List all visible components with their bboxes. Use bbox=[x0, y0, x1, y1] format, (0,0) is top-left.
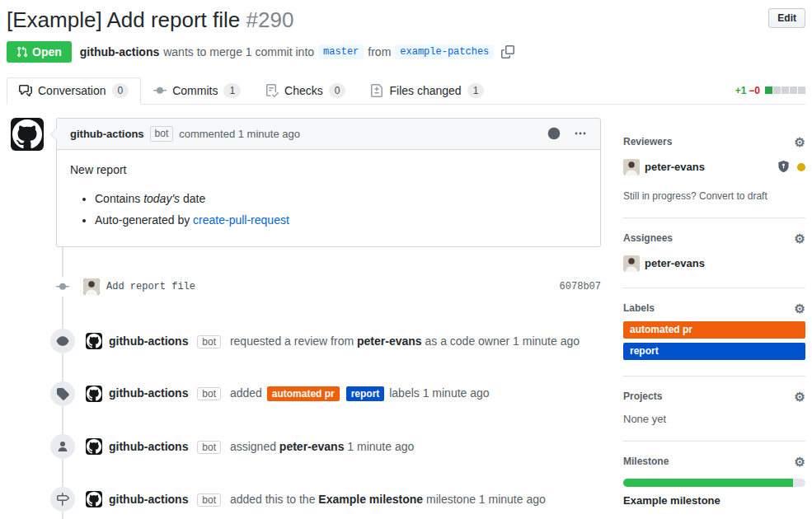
milestone-name-link[interactable]: Example milestone bbox=[623, 494, 805, 507]
create-pull-request-link[interactable]: create-pull-request bbox=[193, 213, 289, 227]
pr-author-link[interactable]: github-actions bbox=[80, 45, 159, 58]
user-photo-avatar bbox=[83, 278, 100, 295]
file-diff-icon bbox=[370, 84, 383, 97]
base-branch-label[interactable]: master bbox=[318, 44, 364, 59]
pr-meta-row: Open github-actions wants to merge 1 com… bbox=[7, 41, 805, 63]
pr-sidebar: Reviewers ⚙ peter-evans Still in progres… bbox=[623, 118, 805, 519]
github-actions-avatar-icon bbox=[12, 119, 42, 149]
milestone-title: Milestone bbox=[623, 456, 669, 467]
labels-title-row: Labels ⚙ bbox=[623, 302, 805, 315]
avatar[interactable] bbox=[623, 159, 640, 175]
sidebar-section-reviewers: Reviewers ⚙ peter-evans Still in progres… bbox=[623, 118, 805, 218]
label-report[interactable]: report bbox=[346, 386, 385, 401]
tab-files-changed[interactable]: Files changed 1 bbox=[358, 77, 496, 105]
emoji-reaction-icon[interactable] bbox=[547, 127, 561, 140]
person-icon bbox=[50, 434, 75, 459]
tab-conversation-label: Conversation bbox=[38, 84, 106, 97]
event-text-part: labels 1 minute ago bbox=[389, 386, 489, 400]
tab-commits[interactable]: Commits 1 bbox=[141, 77, 253, 105]
tab-commits-count: 1 bbox=[223, 83, 241, 98]
commit-row: Add report file 6078b07 bbox=[7, 277, 601, 297]
hint-question: Still in progress? bbox=[623, 190, 697, 202]
milestone-progress-fill bbox=[623, 479, 793, 487]
diffstat-blocks bbox=[764, 85, 805, 96]
commit-sha-link[interactable]: 6078b07 bbox=[560, 281, 601, 292]
open-state-badge: Open bbox=[7, 41, 72, 63]
comment-bullet-list: Contains today's date Auto-generated by … bbox=[70, 190, 587, 229]
projects-title: Projects bbox=[623, 390, 662, 402]
comment-intro: New report bbox=[70, 161, 587, 179]
sidebar-section-assignees: Assignees ⚙ peter-evans bbox=[623, 218, 805, 288]
comment-action-text: commented 1 minute ago bbox=[179, 128, 300, 140]
label-report[interactable]: report bbox=[623, 343, 805, 360]
list-item: Contains today's date bbox=[95, 190, 587, 208]
pending-review-dot bbox=[797, 163, 805, 171]
bot-badge: bot bbox=[150, 126, 174, 142]
gear-icon[interactable]: ⚙ bbox=[795, 390, 805, 403]
event-user-link[interactable]: peter-evans bbox=[357, 334, 422, 348]
assignee-row: peter-evans bbox=[623, 255, 805, 272]
diffstat-block bbox=[781, 86, 789, 94]
labels-list: automated pr report bbox=[623, 321, 805, 360]
event-author-link[interactable]: github-actions bbox=[109, 334, 188, 348]
avatar[interactable] bbox=[83, 278, 100, 295]
reviewer-name-link[interactable]: peter-evans bbox=[645, 161, 705, 173]
avatar[interactable] bbox=[86, 491, 102, 507]
event-text-part: milestone 1 minute ago bbox=[426, 493, 546, 506]
comment-header: github-actions bot commented 1 minute ag… bbox=[57, 119, 600, 150]
diffstat[interactable]: +1 −0 bbox=[735, 85, 805, 104]
gear-icon[interactable]: ⚙ bbox=[795, 136, 805, 148]
checklist-icon bbox=[265, 84, 279, 97]
tab-checks-label: Checks bbox=[284, 84, 323, 97]
comment-box: github-actions bot commented 1 minute ag… bbox=[56, 118, 601, 247]
event-author-link[interactable]: github-actions bbox=[109, 493, 188, 506]
reviewers-title-row: Reviewers ⚙ bbox=[623, 136, 805, 148]
event-text-part: added this to the bbox=[230, 493, 316, 506]
head-branch-label[interactable]: example-patches bbox=[395, 44, 494, 59]
convert-to-draft-link[interactable]: Convert to draft bbox=[699, 190, 767, 202]
pr-header: [Example] Add report file #290 Edit Open… bbox=[7, 0, 805, 105]
avatar[interactable] bbox=[86, 333, 102, 349]
avatar[interactable] bbox=[86, 438, 102, 455]
gear-icon[interactable]: ⚙ bbox=[795, 232, 805, 245]
kebab-menu-icon[interactable] bbox=[574, 127, 587, 140]
event-user-link[interactable]: peter-evans bbox=[279, 440, 345, 453]
tab-checks[interactable]: Checks 0 bbox=[253, 77, 358, 105]
gear-icon[interactable]: ⚙ bbox=[795, 302, 805, 315]
tab-conversation-count: 0 bbox=[112, 83, 129, 98]
page-title: [Example] Add report file #290 bbox=[7, 7, 805, 34]
timeline-event-review-requested: github-actions bot requested a review fr… bbox=[7, 329, 601, 353]
event-text: github-actions bot requested a review fr… bbox=[109, 333, 580, 349]
projects-empty-text: None yet bbox=[623, 413, 805, 425]
from-word: from bbox=[368, 45, 391, 58]
avatar[interactable] bbox=[623, 255, 640, 272]
avatar[interactable] bbox=[86, 386, 102, 402]
list-item: Auto-generated by create-pull-request bbox=[95, 212, 587, 229]
git-commit-icon bbox=[153, 84, 167, 97]
timeline-event-assigned: github-actions bot assigned peter-evans … bbox=[7, 434, 601, 459]
state-label: Open bbox=[32, 45, 62, 58]
bullet-emphasis: today's bbox=[143, 192, 180, 205]
commit-message-link[interactable]: Add report file bbox=[106, 281, 195, 292]
git-commit-icon bbox=[50, 277, 75, 297]
gear-icon[interactable]: ⚙ bbox=[795, 456, 805, 468]
labels-title: Labels bbox=[623, 302, 655, 314]
avatar[interactable] bbox=[11, 118, 44, 151]
pr-description-comment: github-actions bot commented 1 minute ag… bbox=[7, 118, 601, 247]
reviewer-row: peter-evans bbox=[623, 159, 805, 175]
tab-checks-count: 0 bbox=[329, 83, 346, 98]
comment-author-link[interactable]: github-actions bbox=[70, 128, 144, 140]
event-author-link[interactable]: github-actions bbox=[109, 386, 188, 400]
assignee-name-link[interactable]: peter-evans bbox=[645, 257, 705, 269]
label-automated-pr[interactable]: automated pr bbox=[623, 321, 805, 339]
pr-title-text: [Example] Add report file bbox=[7, 7, 240, 32]
event-milestone-link[interactable]: Example milestone bbox=[318, 493, 423, 506]
git-pull-request-icon bbox=[16, 46, 28, 58]
assignees-title-row: Assignees ⚙ bbox=[623, 232, 805, 245]
event-text-part: 1 minute ago bbox=[347, 440, 414, 453]
edit-button[interactable]: Edit bbox=[768, 8, 805, 28]
tab-conversation[interactable]: Conversation 0 bbox=[7, 77, 141, 105]
label-automated-pr[interactable]: automated pr bbox=[267, 386, 340, 401]
event-author-link[interactable]: github-actions bbox=[109, 440, 188, 453]
copy-branch-icon[interactable] bbox=[501, 45, 514, 58]
